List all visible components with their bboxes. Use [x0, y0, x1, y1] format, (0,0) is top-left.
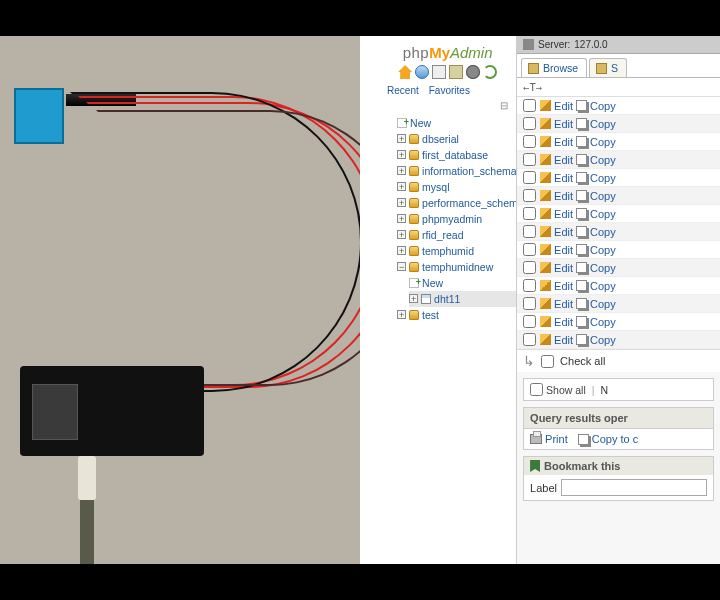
- expand-icon[interactable]: +: [397, 310, 406, 319]
- edit-link[interactable]: Edit: [554, 226, 573, 238]
- copy-link[interactable]: Copy: [590, 280, 616, 292]
- content-tabs: Browse S: [517, 54, 720, 78]
- checkall-checkbox[interactable]: [541, 355, 554, 368]
- showall-option[interactable]: Show all: [530, 383, 586, 396]
- showall-checkbox[interactable]: [530, 383, 543, 396]
- settings-icon[interactable]: [466, 65, 480, 79]
- edit-link[interactable]: Edit: [554, 262, 573, 274]
- copy-link[interactable]: Copy: [590, 298, 616, 310]
- tree-db-rfid_read[interactable]: rfid_read: [422, 229, 463, 241]
- tree-db-dbserial[interactable]: dbserial: [422, 133, 459, 145]
- copy-link[interactable]: Copy: [590, 208, 616, 220]
- database-icon: [409, 310, 419, 320]
- edit-link[interactable]: Edit: [554, 190, 573, 202]
- row-checkbox[interactable]: [523, 99, 536, 112]
- edit-link[interactable]: Edit: [554, 316, 573, 328]
- tree-db-performance_schema[interactable]: performance_schema: [422, 197, 516, 209]
- row-checkbox[interactable]: [523, 153, 536, 166]
- filter-next[interactable]: N: [601, 384, 609, 396]
- row-checkbox[interactable]: [523, 279, 536, 292]
- tree-db-information_schema[interactable]: information_schema: [422, 165, 516, 177]
- edit-link[interactable]: Edit: [554, 244, 573, 256]
- copy-link[interactable]: Copy: [590, 172, 616, 184]
- bookmark-input[interactable]: [561, 479, 707, 496]
- new-table-icon: [409, 278, 419, 288]
- copy-link[interactable]: Copy: [590, 334, 616, 346]
- row-checkbox[interactable]: [523, 171, 536, 184]
- copy-link[interactable]: Copy: [590, 316, 616, 328]
- server-prefix: Server:: [538, 39, 570, 50]
- edit-link[interactable]: Edit: [554, 136, 573, 148]
- collapse-icon[interactable]: −: [397, 262, 406, 271]
- row-checkbox[interactable]: [523, 243, 536, 256]
- tree-new-db[interactable]: New: [410, 117, 431, 129]
- copy-link[interactable]: Copy: [590, 118, 616, 130]
- copy-link[interactable]: Copy: [590, 190, 616, 202]
- bookmark-label: Label: [530, 482, 557, 494]
- edit-link[interactable]: Edit: [554, 334, 573, 346]
- edit-icon: [540, 190, 551, 201]
- table-row: EditCopy: [517, 277, 720, 295]
- copy-link[interactable]: Copy: [590, 262, 616, 274]
- expand-icon[interactable]: +: [397, 150, 406, 159]
- print-link[interactable]: Print: [530, 433, 568, 445]
- row-checkbox[interactable]: [523, 225, 536, 238]
- edit-link[interactable]: Edit: [554, 172, 573, 184]
- hardware-photo: [0, 36, 360, 564]
- expand-icon[interactable]: +: [397, 246, 406, 255]
- tree-new-table[interactable]: New: [422, 277, 443, 289]
- expand-icon[interactable]: +: [397, 198, 406, 207]
- tab-next[interactable]: S: [589, 58, 627, 77]
- row-checkbox[interactable]: [523, 333, 536, 346]
- row-checkbox[interactable]: [523, 315, 536, 328]
- copy-link[interactable]: Copy: [590, 136, 616, 148]
- database-icon: [409, 182, 419, 192]
- tree-db-temphumid[interactable]: temphumid: [422, 245, 474, 257]
- logo-my: My: [429, 44, 450, 61]
- row-checkbox[interactable]: [523, 207, 536, 220]
- expand-icon[interactable]: +: [397, 230, 406, 239]
- world-icon[interactable]: [415, 65, 429, 79]
- docs-icon[interactable]: [432, 65, 446, 79]
- edit-link[interactable]: Edit: [554, 154, 573, 166]
- edit-link[interactable]: Edit: [554, 298, 573, 310]
- row-checkbox[interactable]: [523, 189, 536, 202]
- tree-table-dht11[interactable]: dht11: [434, 293, 460, 305]
- logo-admin: Admin: [450, 44, 493, 61]
- copy-icon: [576, 316, 587, 327]
- edit-link[interactable]: Edit: [554, 100, 573, 112]
- row-checkbox[interactable]: [523, 297, 536, 310]
- sql-icon[interactable]: [449, 65, 463, 79]
- nav-arrows[interactable]: ←T→: [523, 81, 542, 93]
- copy-clipboard-link[interactable]: Copy to c: [578, 433, 638, 445]
- edit-link[interactable]: Edit: [554, 118, 573, 130]
- tree-db-mysql[interactable]: mysql: [422, 181, 449, 193]
- copy-link[interactable]: Copy: [590, 100, 616, 112]
- tree-db-phpmyadmin[interactable]: phpmyadmin: [422, 213, 482, 225]
- tab-favorites[interactable]: Favorites: [429, 85, 470, 96]
- tab-browse[interactable]: Browse: [521, 58, 587, 77]
- expand-icon[interactable]: +: [397, 214, 406, 223]
- tree-db-test[interactable]: test: [422, 309, 439, 321]
- expand-icon[interactable]: +: [409, 294, 418, 303]
- tab-recent[interactable]: Recent: [387, 85, 419, 96]
- expand-icon[interactable]: +: [397, 134, 406, 143]
- edit-link[interactable]: Edit: [554, 208, 573, 220]
- browse-icon: [528, 63, 539, 74]
- tree-db-first_database[interactable]: first_database: [422, 149, 488, 161]
- copy-link[interactable]: Copy: [590, 226, 616, 238]
- row-checkbox[interactable]: [523, 117, 536, 130]
- home-icon[interactable]: [398, 65, 412, 79]
- copy-link[interactable]: Copy: [590, 244, 616, 256]
- history-tabs: Recent Favorites: [379, 85, 516, 100]
- row-checkbox[interactable]: [523, 261, 536, 274]
- expand-icon[interactable]: +: [397, 182, 406, 191]
- reload-icon[interactable]: [483, 65, 497, 79]
- row-checkbox[interactable]: [523, 135, 536, 148]
- collapse-icon[interactable]: ⊟: [379, 100, 516, 113]
- bookmark-header: Bookmark this: [524, 457, 713, 475]
- copy-link[interactable]: Copy: [590, 154, 616, 166]
- expand-icon[interactable]: +: [397, 166, 406, 175]
- edit-link[interactable]: Edit: [554, 280, 573, 292]
- tree-db-temphumidnew[interactable]: temphumidnew: [422, 261, 493, 273]
